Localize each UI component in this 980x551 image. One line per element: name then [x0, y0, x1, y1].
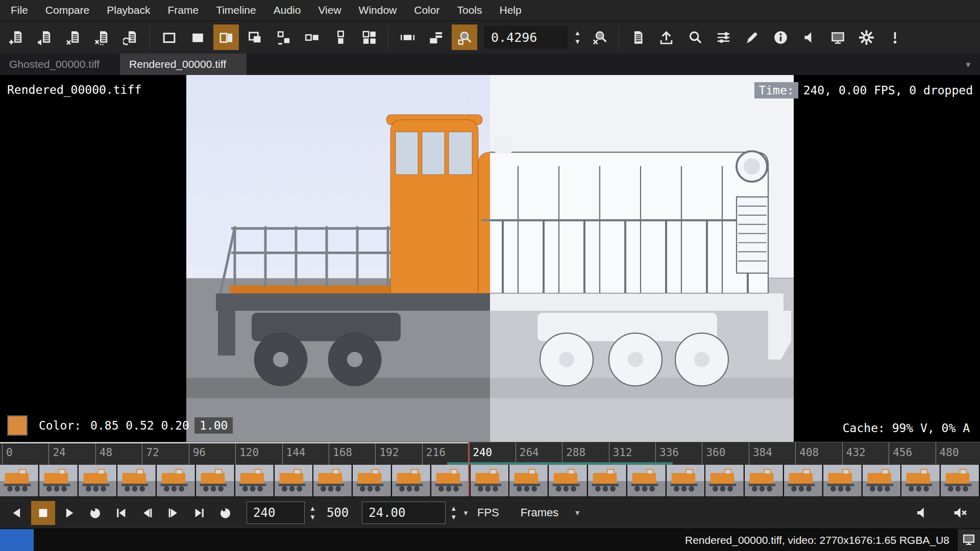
thumbnail-frame[interactable]	[313, 465, 353, 496]
status-display-button[interactable]	[957, 529, 980, 551]
spin-down-icon[interactable]: ▼	[574, 39, 581, 44]
menu-color[interactable]: Color	[405, 0, 448, 20]
tick-line	[235, 442, 236, 465]
pixel-color-alpha: 1.00	[194, 417, 233, 434]
zoom-reset-button[interactable]	[587, 24, 612, 50]
fps-field[interactable]: 24.00	[362, 502, 446, 524]
play-backwards-button[interactable]	[5, 501, 29, 525]
menu-window[interactable]: Window	[350, 0, 406, 20]
export-button[interactable]	[654, 24, 679, 50]
open-file-with-audio-button[interactable]	[32, 24, 58, 50]
close-file-button[interactable]	[61, 24, 86, 50]
thumbnail-frame[interactable]	[0, 465, 39, 496]
tab-overflow-icon[interactable]: ▼	[964, 60, 972, 69]
settings-button[interactable]	[854, 24, 879, 50]
menu-timeline[interactable]: Timeline	[207, 0, 265, 20]
thumbnail-frame[interactable]	[235, 465, 275, 496]
thumbnail-frame[interactable]	[509, 465, 549, 496]
-object-object--tab[interactable]: Rendered_00000.tiff	[120, 54, 247, 75]
reload-file-button[interactable]	[118, 24, 143, 50]
next-annotation-button[interactable]	[213, 501, 237, 525]
frame-view-button[interactable]	[395, 24, 420, 50]
thumbnail-frame[interactable]	[784, 465, 823, 496]
previous-annotation-button[interactable]	[83, 501, 107, 525]
thumbnail-frame[interactable]	[39, 465, 79, 496]
step-back-button[interactable]	[135, 501, 159, 525]
thumbnail-frame[interactable]	[196, 465, 235, 496]
step-forward-button[interactable]	[161, 501, 185, 525]
volume-button[interactable]	[910, 501, 934, 525]
spin-down-icon[interactable]: ▼	[309, 515, 316, 520]
thumbnail-frame[interactable]	[705, 465, 745, 496]
stop-button[interactable]	[31, 501, 55, 525]
thumbnail-frame[interactable]	[901, 465, 941, 496]
annotations-button[interactable]	[740, 24, 765, 50]
timeline-thumbnails[interactable]	[0, 465, 980, 496]
fps-spinner[interactable]: ▲ ▼	[450, 506, 457, 520]
-object-object--tab[interactable]: Ghosted_00000.tiff	[0, 54, 120, 75]
compare-tile-button[interactable]	[356, 24, 382, 50]
compare-vertical-button[interactable]	[328, 24, 353, 50]
thumbnail-frame[interactable]	[745, 465, 784, 496]
thumbnail-frame[interactable]	[627, 465, 667, 496]
thumbnail-frame[interactable]	[157, 465, 196, 496]
toolbar-separator	[150, 25, 150, 49]
transport-bar: 240 ▲ ▼ 500 24.00 ▲ ▼ ▼ FPS Frames ▼	[0, 496, 980, 529]
close-all-files-button[interactable]	[89, 24, 115, 50]
display-button[interactable]	[825, 24, 851, 50]
compare-overlay-button[interactable]	[242, 24, 267, 50]
open-file-button[interactable]	[4, 24, 29, 50]
units-dropdown[interactable]: Frames ▼	[512, 502, 589, 524]
compare-b-button[interactable]	[185, 24, 210, 50]
compare-wipe-button[interactable]	[213, 24, 239, 50]
information-button[interactable]	[768, 24, 794, 50]
color-adjustments-button[interactable]	[711, 24, 737, 50]
spin-up-icon[interactable]: ▲	[309, 506, 316, 511]
current-frame-field[interactable]: 240	[247, 502, 305, 524]
errors-button[interactable]	[883, 24, 908, 50]
spin-up-icon[interactable]: ▲	[574, 31, 581, 36]
thumbnail-frame[interactable]	[275, 465, 314, 496]
fps-preset-caret-icon[interactable]: ▼	[462, 509, 469, 517]
thumbnail-frame[interactable]	[471, 465, 510, 496]
spin-down-icon[interactable]: ▼	[450, 515, 457, 520]
stack-view-button[interactable]	[423, 24, 449, 50]
menu-audio[interactable]: Audio	[265, 0, 310, 20]
spin-up-icon[interactable]: ▲	[450, 506, 457, 511]
playhead[interactable]	[468, 442, 470, 496]
timeline-ruler[interactable]: 0 24 48 72 96 120 144 168 192 216	[0, 442, 980, 465]
compare-a-button[interactable]	[156, 24, 182, 50]
zoom-spinner[interactable]: ▲ ▼	[574, 31, 581, 44]
thumbnail-frame[interactable]	[863, 465, 902, 496]
search-button[interactable]	[682, 24, 708, 50]
compare-horizontal-button[interactable]	[299, 24, 325, 50]
thumbnail-frame[interactable]	[588, 465, 627, 496]
menu-view[interactable]: View	[309, 0, 350, 20]
menu-file[interactable]: File	[2, 0, 37, 20]
menu-frame[interactable]: Frame	[159, 0, 207, 20]
thumbnail-frame[interactable]	[823, 465, 863, 496]
thumbnail-frame[interactable]	[667, 465, 706, 496]
menu-compare[interactable]: Compare	[37, 0, 98, 20]
thumbnail-frame[interactable]	[117, 465, 157, 496]
thumbnail-frame[interactable]	[431, 465, 471, 496]
compare-difference-button[interactable]	[271, 24, 296, 50]
menu-playback[interactable]: Playback	[98, 0, 159, 20]
frame-spinner[interactable]: ▲ ▼	[309, 506, 316, 520]
media-info-button[interactable]	[625, 24, 651, 50]
zoom-tool-button[interactable]	[452, 24, 477, 50]
thumbnail-frame[interactable]	[79, 465, 118, 496]
menu-tools[interactable]: Tools	[448, 0, 491, 20]
zoom-value-field[interactable]: 0.4296	[484, 26, 568, 48]
menu-help[interactable]: Help	[491, 0, 530, 20]
last-frame-button[interactable]	[187, 501, 211, 525]
mute-button[interactable]	[948, 501, 972, 525]
viewer-image[interactable]	[186, 75, 794, 442]
audio-panel-button[interactable]	[797, 24, 822, 50]
play-forwards-button[interactable]	[57, 501, 81, 525]
thumbnail-frame[interactable]	[549, 465, 588, 496]
thumbnail-frame[interactable]	[392, 465, 431, 496]
first-frame-button[interactable]	[109, 501, 133, 525]
thumbnail-frame[interactable]	[941, 465, 980, 496]
thumbnail-frame[interactable]	[353, 465, 392, 496]
